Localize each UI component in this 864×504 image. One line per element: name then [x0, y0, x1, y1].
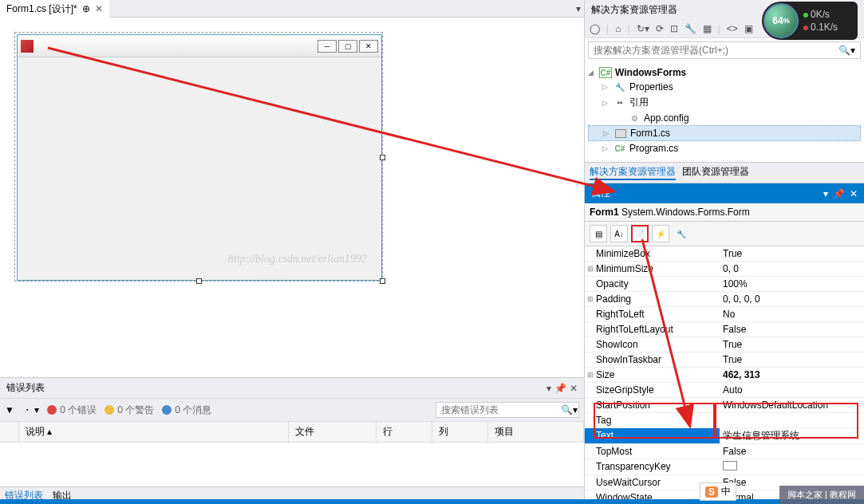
tree-references-node[interactable]: ▷ ▪▪ 引用 [588, 94, 861, 111]
property-value[interactable]: 100% [720, 277, 864, 291]
system-monitor-widget[interactable]: 64% 0K/s 0.1K/s [762, 2, 858, 40]
error-search-input[interactable] [441, 404, 561, 415]
search-icon[interactable]: 🔍 [561, 404, 573, 415]
warning-count-filter[interactable]: 0 个警告 [105, 404, 154, 417]
collapse-icon[interactable]: ⊡ [670, 23, 678, 34]
close-button[interactable]: ✕ [359, 40, 378, 53]
property-value-input[interactable] [723, 431, 861, 442]
property-value[interactable]: 0, 0 [720, 262, 864, 276]
property-row-topmost[interactable]: TopMostFalse [585, 444, 864, 459]
properties-button[interactable]: 📄 [631, 225, 649, 242]
back-icon[interactable]: ◯ [590, 23, 600, 34]
solution-search-box[interactable]: 🔍 ▾ [588, 41, 861, 59]
property-row-showicon[interactable]: ShowIconTrue [585, 337, 864, 352]
properties-grid[interactable]: MinimizeBoxTrue⊞MinimumSize0, 0Opacity10… [585, 246, 864, 504]
property-pages-button[interactable]: 🔧 [673, 225, 690, 242]
solution-search-input[interactable] [594, 45, 838, 56]
form-designer-frame[interactable]: ─ ▢ ✕ http://blog.csdn.net/erlian1992 [14, 32, 383, 282]
col-column[interactable]: 列 [432, 422, 488, 442]
pin-icon[interactable]: ⊕ [82, 3, 90, 14]
tab-team-explorer[interactable]: 团队资源管理器 [682, 165, 749, 180]
properties-object-selector[interactable]: Form1 System.Windows.Forms.Form [585, 203, 864, 222]
property-row-startposition[interactable]: StartPositionWindowsDefaultLocation [585, 398, 864, 413]
property-row-minimumsize[interactable]: ⊞MinimumSize0, 0 [585, 262, 864, 277]
col-icon[interactable] [0, 422, 19, 442]
property-row-size[interactable]: ⊞Size462, 313 [585, 368, 864, 383]
property-value[interactable]: True [720, 352, 864, 367]
col-description[interactable]: 说明 ▴ [19, 422, 289, 442]
collapse-icon[interactable]: ◢ [588, 69, 596, 77]
tree-program-node[interactable]: ▷ C# Program.cs [588, 141, 861, 156]
error-search-box[interactable]: 🔍 ▾ [436, 402, 579, 418]
property-row-showintaskbar[interactable]: ShowInTaskbarTrue [585, 352, 864, 368]
refresh-icon[interactable]: ⟳ [656, 23, 664, 34]
tree-appconfig-node[interactable]: ⚙ App.config [588, 111, 861, 125]
minimize-button[interactable]: ─ [318, 40, 337, 53]
categorized-button[interactable]: ▤ [590, 225, 607, 242]
property-row-tag[interactable]: Tag [585, 413, 864, 428]
resize-handle-bottom[interactable] [196, 278, 202, 284]
show-all-icon[interactable]: ▦ [703, 23, 712, 34]
tree-project-node[interactable]: ◢ C# WindowsForms [588, 65, 861, 80]
expand-icon[interactable]: ▷ [603, 129, 611, 137]
error-count-filter[interactable]: 0 个错误 [47, 404, 97, 417]
expand-icon[interactable]: ▷ [602, 144, 610, 152]
filter-dropdown[interactable]: ・ ▾ [22, 404, 39, 417]
property-row-sizegripstyle[interactable]: SizeGripStyleAuto [585, 383, 864, 398]
properties-icon[interactable]: 🔧 [684, 23, 696, 34]
close-icon[interactable]: ✕ [850, 188, 858, 199]
form-preview[interactable]: ─ ▢ ✕ http://blog.csdn.net/erlian1992 [17, 34, 382, 281]
tab-dropdown[interactable]: ▾ [576, 3, 581, 14]
property-value[interactable]: No [720, 307, 864, 321]
property-value[interactable]: True [720, 246, 864, 261]
property-row-padding[interactable]: ⊞Padding0, 0, 0, 0 [585, 292, 864, 307]
chevron-down-icon[interactable]: ▾ [573, 404, 578, 415]
expand-icon[interactable]: ⊞ [585, 265, 596, 273]
expand-icon[interactable]: ⊞ [585, 295, 596, 303]
resize-handle-right[interactable] [380, 155, 385, 160]
col-file[interactable]: 文件 [289, 422, 377, 442]
expand-icon[interactable]: ▷ [602, 83, 610, 91]
pin-icon[interactable]: 📌 [833, 188, 845, 199]
col-line[interactable]: 行 [377, 422, 432, 442]
document-tab[interactable]: Form1.cs [设计]* ⊕ ✕ [0, 0, 109, 18]
close-icon[interactable]: ✕ [570, 383, 578, 394]
filter-icon[interactable]: ▼ [5, 404, 14, 415]
property-value[interactable] [720, 428, 864, 443]
property-row-text[interactable]: Text [585, 428, 864, 444]
code-icon[interactable]: <> [727, 23, 738, 34]
ime-indicator[interactable]: S 中 [700, 482, 736, 501]
message-count-filter[interactable]: 0 个消息 [162, 404, 211, 417]
close-icon[interactable]: ✕ [95, 3, 103, 14]
events-button[interactable]: ⚡ [652, 225, 669, 242]
property-value[interactable]: Auto [720, 383, 864, 397]
form-designer-surface[interactable]: ─ ▢ ✕ http://blog.csdn.net/erlian1992 [0, 18, 584, 377]
dropdown-icon[interactable]: ▾ [823, 188, 828, 199]
property-row-minimizebox[interactable]: MinimizeBoxTrue [585, 246, 864, 262]
pin-icon[interactable]: 📌 [554, 383, 566, 394]
property-value[interactable]: False [720, 322, 864, 337]
property-value[interactable]: 462, 313 [720, 368, 864, 382]
property-value[interactable]: False [720, 444, 864, 459]
property-value[interactable]: 0, 0, 0, 0 [720, 292, 864, 306]
expand-icon[interactable]: ▷ [602, 99, 610, 107]
property-value[interactable]: WindowsDefaultLocation [720, 398, 864, 412]
col-project[interactable]: 项目 [488, 422, 584, 442]
property-row-transparencykey[interactable]: TransparencyKey [585, 459, 864, 475]
property-value[interactable] [720, 419, 864, 422]
sync-icon[interactable]: ↻▾ [637, 23, 649, 34]
property-value[interactable]: True [720, 337, 864, 352]
tree-properties-node[interactable]: ▷ 🔧 Properties [588, 80, 861, 94]
search-icon[interactable]: 🔍 [838, 45, 850, 56]
expand-icon[interactable]: ⊞ [585, 371, 596, 379]
dropdown-icon[interactable]: ▾ [546, 383, 551, 394]
tree-form1-node[interactable]: ▷ Form1.cs [588, 125, 861, 141]
chevron-down-icon[interactable]: ▾ [850, 45, 855, 56]
designer-icon[interactable]: ▣ [744, 23, 753, 34]
property-row-righttoleftlayout[interactable]: RightToLeftLayoutFalse [585, 322, 864, 337]
home-icon[interactable]: ⌂ [615, 23, 621, 34]
maximize-button[interactable]: ▢ [338, 40, 357, 53]
tab-solution-explorer[interactable]: 解决方案资源管理器 [590, 165, 676, 180]
alphabetical-button[interactable]: A↓ [610, 225, 628, 242]
resize-handle-corner[interactable] [380, 278, 385, 284]
